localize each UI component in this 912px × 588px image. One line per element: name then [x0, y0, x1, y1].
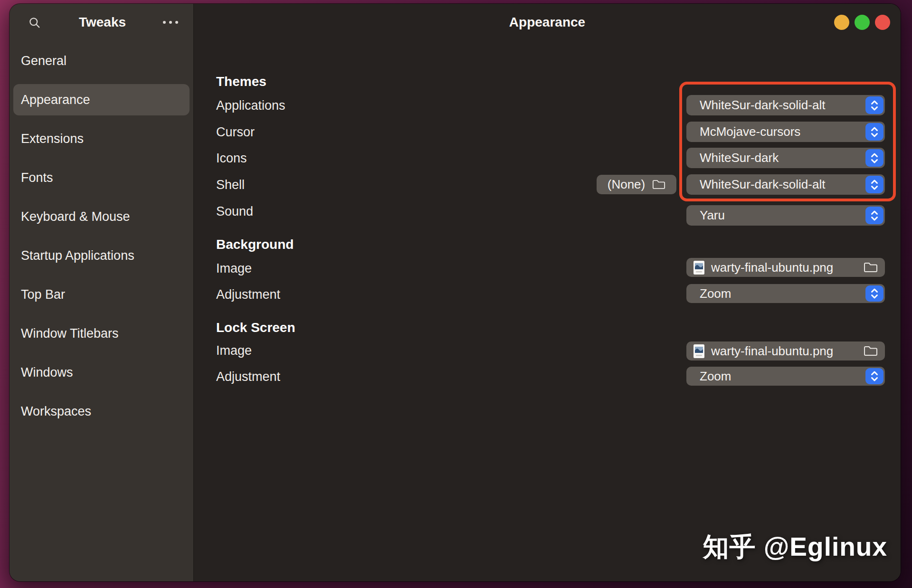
background-adjustment-dropdown[interactable]: Zoom	[686, 284, 885, 303]
page-title: Appearance	[194, 4, 901, 41]
close-button[interactable]	[875, 15, 890, 30]
sidebar: Tweaks General Appearance Extensions Fon…	[10, 4, 194, 581]
row-label-lockscreen-image: Image	[216, 341, 252, 360]
section-title-lock-screen: Lock Screen	[216, 318, 295, 337]
updown-chevron-icon	[865, 207, 884, 224]
shell-theme-file-button[interactable]: (None)	[597, 175, 676, 194]
shell-theme-dropdown[interactable]: WhiteSur-dark-solid-alt	[686, 174, 885, 195]
dropdown-value: WhiteSur-dark-solid-alt	[700, 177, 825, 192]
sidebar-item-windows[interactable]: Windows	[13, 357, 190, 388]
sidebar-item-general[interactable]: General	[13, 45, 190, 76]
updown-chevron-icon	[865, 285, 884, 302]
row-label-sound: Sound	[216, 202, 253, 221]
sidebar-item-label: General	[21, 54, 66, 68]
updown-chevron-icon	[865, 368, 884, 384]
sidebar-item-label: Extensions	[21, 132, 84, 146]
tweaks-window: Tweaks General Appearance Extensions Fon…	[10, 4, 901, 581]
row-label-background-adjustment: Adjustment	[216, 285, 280, 304]
minimize-button[interactable]	[834, 15, 849, 30]
sidebar-item-extensions[interactable]: Extensions	[13, 123, 190, 154]
sidebar-item-appearance[interactable]: Appearance	[13, 84, 190, 115]
row-label-cursor: Cursor	[216, 123, 255, 142]
updown-chevron-icon	[865, 176, 884, 193]
sound-theme-dropdown[interactable]: Yaru	[686, 205, 885, 226]
sidebar-item-window-titlebars[interactable]: Window Titlebars	[13, 318, 190, 349]
window-controls	[834, 15, 890, 30]
dropdown-value: WhiteSur-dark-solid-alt	[700, 98, 825, 113]
sidebar-item-label: Appearance	[21, 93, 90, 107]
headerbar: Appearance	[194, 4, 901, 41]
dropdown-value: Zoom	[700, 369, 731, 384]
row-label-background-image: Image	[216, 259, 252, 278]
sidebar-item-startup-applications[interactable]: Startup Applications	[13, 240, 190, 271]
sidebar-item-label: Top Bar	[21, 287, 65, 302]
folder-icon	[864, 262, 878, 273]
ellipsis-icon	[163, 21, 178, 24]
section-title-background: Background	[216, 235, 294, 254]
background-image-button[interactable]: warty-final-ubuntu.png	[686, 258, 885, 277]
shell-file-value: (None)	[608, 177, 645, 192]
row-label-icons: Icons	[216, 149, 247, 168]
lockscreen-adjustment-dropdown[interactable]: Zoom	[686, 367, 885, 386]
row-label-lockscreen-adjustment: Adjustment	[216, 367, 280, 386]
sidebar-item-label: Window Titlebars	[21, 326, 119, 341]
sidebar-item-label: Fonts	[21, 171, 53, 185]
folder-icon	[652, 179, 665, 190]
sidebar-item-label: Workspaces	[21, 404, 91, 419]
sidebar-item-workspaces[interactable]: Workspaces	[13, 396, 190, 427]
sidebar-item-fonts[interactable]: Fonts	[13, 162, 190, 193]
file-name: warty-final-ubuntu.png	[711, 344, 857, 359]
row-label-shell: Shell	[216, 175, 245, 194]
menu-button[interactable]	[161, 13, 180, 32]
maximize-button[interactable]	[855, 15, 870, 30]
sidebar-item-label: Startup Applications	[21, 248, 134, 263]
section-title-themes: Themes	[216, 72, 266, 91]
updown-chevron-icon	[865, 149, 884, 167]
search-icon	[28, 16, 41, 29]
sidebar-header: Tweaks	[10, 4, 193, 41]
sidebar-item-keyboard-mouse[interactable]: Keyboard & Mouse	[13, 201, 190, 232]
dropdown-value: McMojave-cursors	[700, 124, 800, 139]
applications-theme-dropdown[interactable]: WhiteSur-dark-solid-alt	[686, 95, 885, 115]
dropdown-value: Zoom	[700, 286, 731, 301]
sidebar-nav: General Appearance Extensions Fonts Keyb…	[10, 45, 193, 435]
image-file-icon	[693, 344, 705, 359]
file-name: warty-final-ubuntu.png	[711, 260, 857, 275]
icons-theme-dropdown[interactable]: WhiteSur-dark	[686, 148, 885, 168]
updown-chevron-icon	[865, 96, 884, 114]
lockscreen-image-button[interactable]: warty-final-ubuntu.png	[686, 341, 885, 360]
dropdown-value: WhiteSur-dark	[700, 151, 779, 165]
dropdown-value: Yaru	[700, 208, 725, 223]
folder-icon	[864, 345, 878, 357]
app-title: Tweaks	[44, 15, 161, 30]
search-button[interactable]	[25, 13, 44, 32]
row-label-applications: Applications	[216, 96, 285, 115]
sidebar-item-label: Keyboard & Mouse	[21, 209, 130, 224]
main-panel: Appearance Themes Applications Cursor Ic…	[194, 4, 901, 581]
sidebar-item-top-bar[interactable]: Top Bar	[13, 279, 190, 310]
updown-chevron-icon	[865, 123, 884, 141]
image-file-icon	[693, 260, 705, 275]
sidebar-item-label: Windows	[21, 365, 73, 380]
cursor-theme-dropdown[interactable]: McMojave-cursors	[686, 122, 885, 142]
